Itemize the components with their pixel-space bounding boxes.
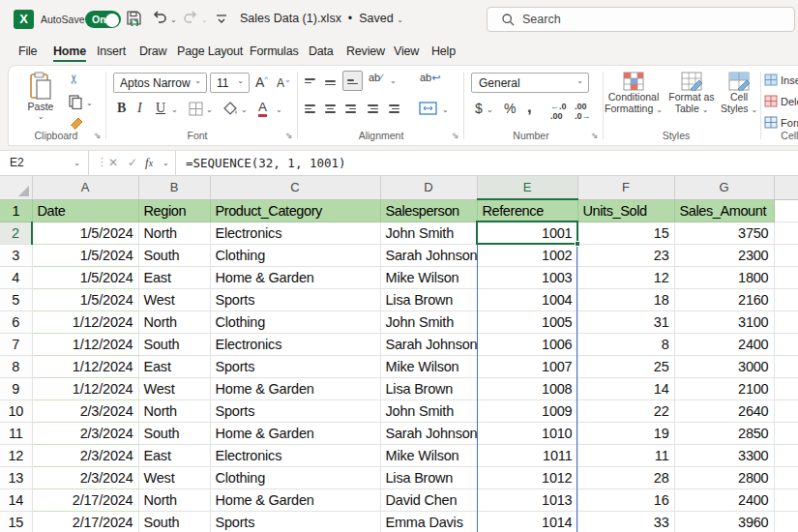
cell[interactable]: Sarah Johnson [380, 422, 477, 444]
decrease-indent-icon[interactable] [368, 103, 378, 118]
percent-style-icon[interactable]: % [504, 101, 516, 116]
bold-button[interactable]: B [117, 101, 126, 116]
cell[interactable]: 2/17/2024 [32, 511, 138, 532]
font-name-select[interactable]: Aptos Narrow⌄ [113, 73, 207, 93]
undo-button[interactable] [151, 9, 168, 26]
increase-decimal-icon[interactable]: ←.0.00 [550, 102, 567, 121]
middle-align-icon[interactable] [325, 75, 336, 90]
cell[interactable]: 1010 [477, 422, 577, 444]
cell[interactable]: South [138, 333, 210, 355]
cell[interactable]: 2640 [674, 399, 774, 422]
accounting-dropdown-icon[interactable]: ⌄ [487, 105, 493, 114]
cell[interactable]: Electronics [210, 333, 380, 355]
cell[interactable] [774, 488, 798, 511]
cell[interactable] [774, 288, 798, 310]
customize-qat-icon[interactable] [215, 12, 228, 25]
cell[interactable]: 2300 [674, 244, 774, 266]
cell[interactable]: 1/5/2024 [32, 244, 138, 266]
cell[interactable]: Sports [210, 288, 380, 310]
cell[interactable]: 1/5/2024 [32, 288, 138, 310]
insert-cells-button[interactable]: Insert [764, 74, 798, 86]
cell[interactable]: 28 [577, 466, 674, 488]
accounting-format-icon[interactable]: $ [475, 101, 483, 116]
cell[interactable]: Home & Garden [210, 488, 380, 511]
row-number[interactable]: 13 [0, 466, 32, 488]
document-title[interactable]: Sales Data (1).xlsx • Saved ⌄ [240, 12, 403, 25]
undo-dropdown-icon[interactable]: ⌄ [170, 15, 177, 24]
cell[interactable] [774, 199, 798, 222]
delete-cells-button[interactable]: Delete [764, 95, 798, 107]
cell[interactable]: Lisa Brown [380, 466, 477, 488]
cell[interactable]: 2400 [674, 488, 774, 511]
cell[interactable]: 1014 [477, 511, 577, 532]
cell[interactable]: Clothing [210, 244, 380, 266]
cell[interactable]: South [138, 422, 210, 444]
cell[interactable]: 1009 [477, 399, 577, 422]
cell[interactable]: Mike Wilson [380, 266, 477, 288]
row-number[interactable]: 11 [0, 422, 32, 444]
increase-font-icon[interactable]: A^ [255, 74, 268, 90]
format-cells-button[interactable]: Format [764, 116, 798, 129]
cell[interactable]: Salesperson [380, 199, 477, 222]
row-number[interactable]: 3 [0, 244, 32, 266]
align-right-icon[interactable] [345, 103, 356, 118]
redo-button[interactable] [182, 9, 199, 26]
cell[interactable]: 1002 [477, 244, 577, 266]
ribbon-tab-home[interactable]: Home [53, 44, 86, 62]
cell[interactable]: Clothing [210, 466, 380, 488]
cell[interactable]: Sarah Johnson [380, 333, 477, 355]
cell[interactable] [774, 444, 798, 466]
insert-function-icon[interactable]: fx [145, 155, 153, 170]
cell[interactable] [774, 399, 798, 422]
cell[interactable]: 33 [577, 511, 674, 532]
cell[interactable]: 2/3/2024 [32, 466, 138, 488]
ribbon-tab-draw[interactable]: Draw [139, 44, 166, 58]
column-header-C[interactable]: C [210, 176, 380, 199]
cell[interactable]: 2/3/2024 [32, 399, 138, 422]
ribbon-tab-help[interactable]: Help [431, 44, 456, 58]
cell[interactable]: 2100 [674, 377, 774, 399]
column-header-H[interactable] [774, 176, 798, 199]
ribbon-tab-page-layout[interactable]: Page Layout [177, 44, 243, 58]
cell[interactable]: Sports [210, 399, 380, 422]
search-input[interactable]: Search [487, 7, 795, 32]
cell[interactable]: 2160 [674, 288, 774, 310]
font-size-select[interactable]: 11⌄ [210, 73, 250, 93]
cell[interactable] [774, 244, 798, 266]
cell[interactable]: South [138, 511, 210, 532]
row-number[interactable]: 14 [0, 488, 32, 511]
cell[interactable]: Units_Sold [577, 199, 674, 222]
column-header-B[interactable]: B [138, 176, 210, 199]
decrease-font-icon[interactable]: A⌄ [277, 75, 291, 90]
align-left-icon[interactable] [305, 103, 315, 118]
cell[interactable]: 8 [577, 333, 674, 355]
cancel-entry-icon[interactable]: ✕ [108, 156, 118, 169]
copy-icon[interactable] [69, 95, 82, 109]
font-color-icon[interactable]: A [258, 100, 267, 114]
cell[interactable]: West [138, 377, 210, 399]
paste-dropdown-icon[interactable]: ⌄ [20, 112, 61, 121]
cell[interactable]: 1/12/2024 [32, 310, 138, 333]
select-all-corner[interactable] [0, 176, 32, 199]
cell[interactable]: 14 [577, 377, 674, 399]
cell[interactable]: Electronics [210, 444, 380, 466]
cell[interactable]: Sports [210, 511, 380, 532]
ribbon-tab-view[interactable]: View [394, 44, 419, 58]
align-center-icon[interactable] [325, 103, 336, 118]
cell-styles-button[interactable]: Cell Styles ⌄ [721, 72, 757, 114]
merge-dropdown-icon[interactable]: ⌄ [442, 105, 449, 114]
cell[interactable]: 3100 [674, 310, 774, 333]
increase-indent-icon[interactable] [389, 103, 399, 118]
cut-icon[interactable]: ✂ [67, 74, 81, 84]
merge-center-icon[interactable] [419, 102, 437, 115]
cell[interactable]: 31 [577, 310, 674, 333]
cell[interactable]: 18 [577, 288, 674, 310]
cell[interactable]: 22 [577, 399, 674, 422]
cell[interactable]: 15 [577, 222, 674, 244]
cell[interactable]: 1011 [477, 444, 577, 466]
row-number[interactable]: 5 [0, 288, 32, 310]
wrap-text-icon[interactable]: ab↩ [420, 72, 440, 84]
row-number[interactable]: 2 [0, 222, 32, 244]
cell[interactable]: Lisa Brown [380, 377, 477, 399]
font-color-dropdown-icon[interactable]: ⌄ [276, 105, 282, 114]
